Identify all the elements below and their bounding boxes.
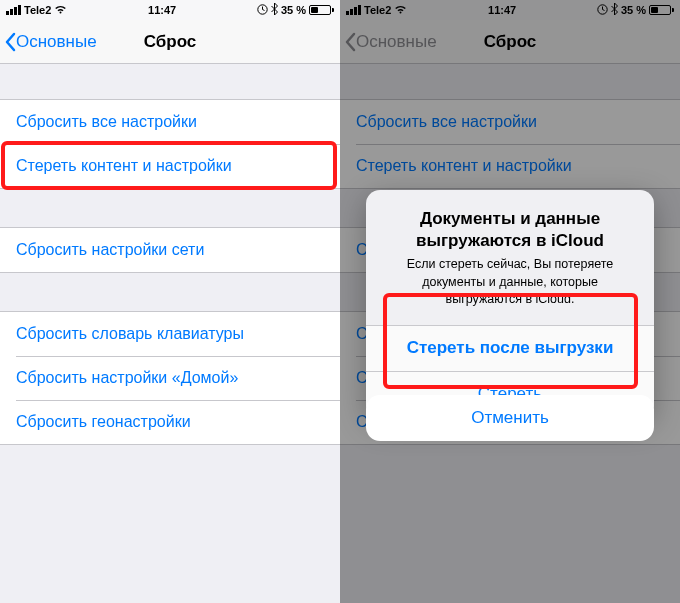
nav-bar: Основные Сброс xyxy=(0,20,340,64)
button-label: Отменить xyxy=(471,408,549,428)
phone-left: Tele2 11:47 35 % Основные Сбро xyxy=(0,0,340,603)
cell-label: Сбросить настройки «Домой» xyxy=(16,369,238,387)
button-label: Стереть после выгрузки xyxy=(407,338,614,358)
group-3: Сбросить словарь клавиатуры Сбросить нас… xyxy=(0,311,340,445)
icloud-upload-alert: Документы и данные выгружаются в iCloud … xyxy=(366,190,654,417)
battery-percent: 35 % xyxy=(281,4,306,16)
status-right: 35 % xyxy=(257,3,334,17)
alert-message: Если стереть сейчас, Вы потеряете докуме… xyxy=(382,256,638,309)
orientation-lock-icon xyxy=(257,4,268,17)
reset-network-cell[interactable]: Сбросить настройки сети xyxy=(0,228,340,272)
nav-title: Сброс xyxy=(144,32,197,52)
battery-icon xyxy=(309,5,334,15)
cell-label: Сбросить словарь клавиатуры xyxy=(16,325,244,343)
carrier-label: Tele2 xyxy=(24,4,51,16)
back-button[interactable]: Основные xyxy=(0,32,97,52)
content-area: Сбросить все настройки Стереть контент и… xyxy=(0,64,340,445)
cell-label: Сбросить все настройки xyxy=(16,113,197,131)
status-time: 11:47 xyxy=(148,4,176,16)
reset-all-settings-cell[interactable]: Сбросить все настройки xyxy=(0,100,340,144)
signal-icon xyxy=(6,5,21,15)
status-bar: Tele2 11:47 35 % xyxy=(0,0,340,20)
reset-location-cell[interactable]: Сбросить геонастройки xyxy=(0,400,340,444)
status-left: Tele2 xyxy=(6,4,67,16)
cell-label: Сбросить геонастройки xyxy=(16,413,191,431)
wifi-icon xyxy=(54,4,67,16)
back-label: Основные xyxy=(16,32,97,52)
reset-home-cell[interactable]: Сбросить настройки «Домой» xyxy=(0,356,340,400)
erase-all-content-cell[interactable]: Стереть контент и настройки xyxy=(0,144,340,188)
group-1: Сбросить все настройки Стереть контент и… xyxy=(0,99,340,189)
phone-right: Tele2 11:47 35 % Основные Сбро xyxy=(340,0,680,603)
reset-keyboard-cell[interactable]: Сбросить словарь клавиатуры xyxy=(0,312,340,356)
cell-label: Стереть контент и настройки xyxy=(16,157,232,175)
erase-after-upload-button[interactable]: Стереть после выгрузки xyxy=(366,325,654,371)
alert-header: Документы и данные выгружаются в iCloud … xyxy=(366,190,654,325)
alert-cancel-block: Отменить xyxy=(366,395,654,441)
group-2: Сбросить настройки сети xyxy=(0,227,340,273)
chevron-left-icon xyxy=(4,32,16,52)
bluetooth-icon xyxy=(271,3,278,17)
cell-label: Сбросить настройки сети xyxy=(16,241,204,259)
cancel-button[interactable]: Отменить xyxy=(366,395,654,441)
alert-title: Документы и данные выгружаются в iCloud xyxy=(382,208,638,252)
